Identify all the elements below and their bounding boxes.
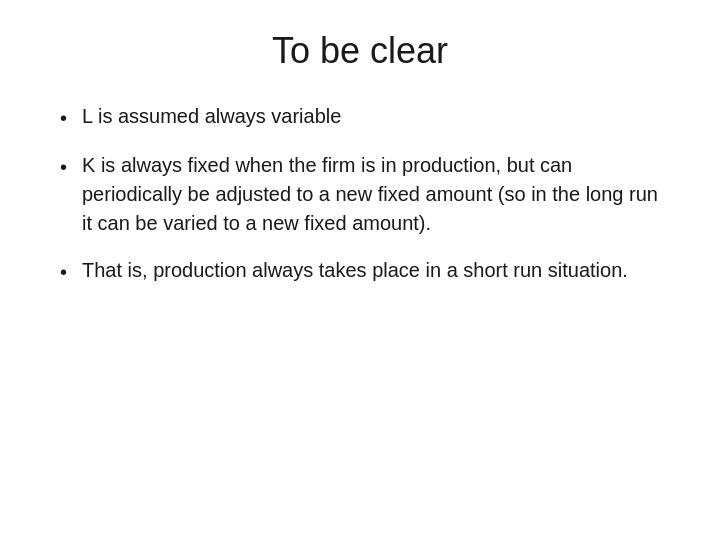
bullet-dot-2: • (60, 153, 82, 182)
bullet-dot-3: • (60, 258, 82, 287)
bullet-text-2: K is always fixed when the firm is in pr… (82, 151, 660, 238)
list-item: • L is assumed always variable (60, 102, 660, 133)
bullet-text-1: L is assumed always variable (82, 102, 660, 131)
list-item: • K is always fixed when the firm is in … (60, 151, 660, 238)
list-item: • That is, production always takes place… (60, 256, 660, 287)
bullet-text-3: That is, production always takes place i… (82, 256, 660, 285)
slide-title: To be clear (50, 30, 670, 72)
bullet-dot-1: • (60, 104, 82, 133)
bullet-list: • L is assumed always variable • K is al… (50, 102, 670, 305)
